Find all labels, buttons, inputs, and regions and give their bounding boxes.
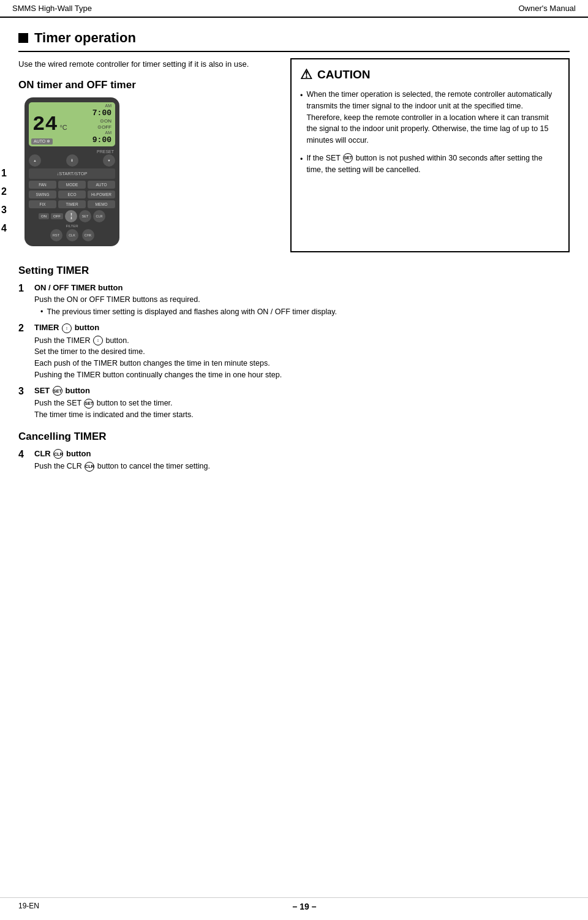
remote-body: 24 °C AM 7:00 ⊙ON ⊙OFF AM 9:00 AUTO ❄ bbox=[24, 97, 119, 246]
swing-btn[interactable]: SWING bbox=[29, 190, 56, 198]
time-off: 9:00 bbox=[92, 135, 111, 145]
cancelling-timer-heading: Cancelling TIMER bbox=[18, 431, 570, 443]
clock-btn[interactable]: CLK bbox=[66, 229, 78, 241]
hi-power-btn[interactable]: Hi-POWER bbox=[88, 190, 115, 198]
clr-icon-inline: CLR bbox=[53, 449, 63, 459]
step-2-body: Push the TIMER ↕ button. Set the timer t… bbox=[34, 335, 570, 381]
off-indicator: ⊙OFF bbox=[97, 124, 111, 130]
caution-title: ⚠ CAUTION bbox=[300, 67, 560, 83]
step-3-num: 3 bbox=[18, 386, 29, 421]
step-1: 1 ON / OFF TIMER button Push the ON or O… bbox=[18, 283, 570, 319]
timer-icon-inline: ↕ bbox=[62, 323, 72, 333]
clr-icon-inline-2: CLR bbox=[85, 462, 94, 472]
instructions-section: Setting TIMER 1 ON / OFF TIMER button Pu… bbox=[18, 265, 570, 472]
filter-label: FILTER bbox=[29, 224, 115, 228]
reset-btn[interactable]: RST bbox=[50, 229, 62, 241]
timer-icon-inline-2: ↕ bbox=[93, 336, 103, 345]
time-column: AM 7:00 ⊙ON ⊙OFF AM 9:00 bbox=[92, 104, 111, 145]
mode-btn[interactable]: MODE bbox=[58, 181, 86, 189]
main-content: Timer operation Use the wired remote con… bbox=[0, 18, 588, 489]
bottom-buttons-row: RST CLK CHK bbox=[29, 229, 115, 241]
am-label2: AM bbox=[105, 130, 112, 135]
label-4: 4 bbox=[1, 223, 7, 234]
step-3-content: SET SET button Push the SET SET button t… bbox=[34, 386, 570, 421]
fix-btn[interactable]: FIX bbox=[29, 200, 56, 208]
caution-triangle-icon: ⚠ bbox=[300, 67, 312, 83]
left-column: Use the wired remote controller for time… bbox=[18, 58, 278, 252]
timer-circle-btn[interactable]: ⬆⬇ bbox=[65, 210, 77, 222]
step-3-title: SET SET button bbox=[34, 386, 570, 396]
step-1-body: Push the ON or OFF TIMER buttons as requ… bbox=[34, 294, 570, 319]
two-column-section: Use the wired remote controller for time… bbox=[18, 58, 570, 252]
step-2-num: 2 bbox=[18, 323, 29, 381]
swing-eco-row: SWING ECO Hi-POWER bbox=[29, 190, 115, 198]
auto-btn[interactable]: AUTO bbox=[88, 181, 115, 189]
page-header: SMMS High-Wall Type Owner's Manual bbox=[0, 0, 588, 18]
header-left: SMMS High-Wall Type bbox=[12, 4, 92, 13]
step-4: 4 CLR CLR button Push the CLR CLR button… bbox=[18, 449, 570, 472]
arrow-up-btn[interactable]: ▲ bbox=[29, 154, 41, 167]
step-2-title: TIMER ↕ button bbox=[34, 323, 570, 333]
time-on: 7:00 bbox=[92, 108, 111, 118]
caution-box: ⚠ CAUTION • When the timer operation is … bbox=[290, 58, 570, 252]
footer-left: 19-EN bbox=[18, 902, 39, 911]
set-icon-inline: SET bbox=[343, 153, 353, 163]
check-btn[interactable]: CHK bbox=[82, 229, 94, 241]
side-labels: 1 2 3 4 bbox=[1, 168, 7, 234]
on-off-title: ON timer and OFF timer bbox=[18, 79, 278, 91]
arrow-mid-btn[interactable]: ⬇ bbox=[66, 154, 78, 167]
step-1-content: ON / OFF TIMER button Push the ON or OFF… bbox=[34, 283, 570, 319]
caution-item-1: • When the timer operation is selected, … bbox=[300, 89, 560, 146]
memo-btn[interactable]: MEMO bbox=[88, 200, 115, 208]
label-1: 1 bbox=[1, 168, 7, 179]
label-2: 2 bbox=[1, 186, 7, 197]
eco-btn[interactable]: ECO bbox=[58, 190, 86, 198]
arrow-down-btn[interactable]: ▼ bbox=[103, 154, 115, 167]
on-btn[interactable]: ON bbox=[39, 213, 49, 219]
fan-mode-auto-row: FAN MODE AUTO bbox=[29, 181, 115, 189]
intro-text: Use the wired remote controller for time… bbox=[18, 58, 278, 70]
am-label: AM bbox=[105, 104, 112, 108]
temp-display: 24 °C bbox=[32, 114, 67, 135]
caution-text-1: When the timer operation is selected, th… bbox=[306, 89, 560, 146]
bullet-icon: • bbox=[300, 90, 303, 146]
step-1-title: ON / OFF TIMER button bbox=[34, 283, 570, 292]
on-indicator: ⊙ON bbox=[100, 118, 111, 124]
start-stop-btn[interactable]: ↓START/STOP bbox=[29, 168, 115, 179]
remote-screen: 24 °C AM 7:00 ⊙ON ⊙OFF AM 9:00 AUTO ❄ bbox=[29, 102, 115, 146]
label-3: 3 bbox=[1, 205, 7, 216]
bullet-icon-2: • bbox=[300, 154, 303, 176]
arrow-row: ▲ ⬇ ▼ bbox=[29, 154, 115, 167]
step-2-content: TIMER ↕ button Push the TIMER ↕ button. … bbox=[34, 323, 570, 381]
step-3: 3 SET SET button Push the SET SET button… bbox=[18, 386, 570, 421]
step-3-body: Push the SET SET button to set the timer… bbox=[34, 398, 570, 421]
caution-item-2: • If the SET SET button is not pushed wi… bbox=[300, 153, 560, 176]
temp-unit: °C bbox=[59, 124, 67, 131]
setting-timer-heading: Setting TIMER bbox=[18, 265, 570, 277]
title-section: Timer operation bbox=[18, 30, 570, 52]
title-square-icon bbox=[18, 33, 28, 43]
timer-controls-row: ON OFF ⬆⬇ SET CLR bbox=[29, 210, 115, 222]
step-4-title: CLR CLR button bbox=[34, 449, 570, 459]
header-right: Owner's Manual bbox=[518, 4, 576, 13]
step-1-num: 1 bbox=[18, 283, 29, 319]
step-4-content: CLR CLR button Push the CLR CLR button t… bbox=[34, 449, 570, 472]
step-1-bullet: • The previous timer setting is displaye… bbox=[40, 306, 570, 318]
step-4-num: 4 bbox=[18, 449, 29, 472]
page-title: Timer operation bbox=[34, 30, 136, 46]
set-btn[interactable]: SET bbox=[79, 210, 91, 222]
page-footer: 19-EN – 19 – bbox=[0, 897, 588, 911]
temp-value: 24 bbox=[32, 113, 58, 136]
off-btn[interactable]: OFF bbox=[51, 213, 63, 219]
auto-tag: AUTO ❄ bbox=[31, 138, 53, 145]
preset-label: PRESET bbox=[29, 149, 115, 154]
timer-label: TIMER bbox=[58, 200, 86, 208]
fan-btn[interactable]: FAN bbox=[29, 181, 56, 189]
set-icon-inline-3: SET bbox=[53, 386, 62, 396]
set-icon-inline-4: SET bbox=[84, 399, 94, 409]
caution-label: CAUTION bbox=[317, 68, 371, 81]
fix-timer-memo-row: FIX TIMER MEMO bbox=[29, 200, 115, 208]
clr-btn[interactable]: CLR bbox=[93, 210, 105, 222]
step-4-body: Push the CLR CLR button to cancel the ti… bbox=[34, 461, 570, 472]
footer-center: – 19 – bbox=[293, 902, 317, 911]
